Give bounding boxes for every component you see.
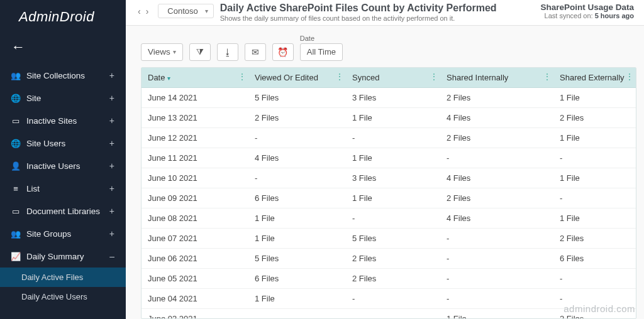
sidebar-item-list[interactable]: ≡List+ (0, 177, 126, 200)
cell: - (346, 208, 440, 228)
column-menu-icon[interactable]: ⋮ (238, 72, 246, 81)
expand-toggle[interactable]: + (107, 70, 117, 80)
cell: 1 File (440, 309, 553, 319)
cell: 1 File (248, 289, 346, 308)
date-filter-label: Date (300, 35, 343, 42)
cell: 4 Files (440, 108, 553, 127)
cell: 5 Files (248, 249, 346, 268)
cell: June 06 2021 (142, 249, 248, 268)
cell: 2 Files (440, 128, 553, 148)
nav-icon: 🌐 (9, 139, 23, 148)
table-row[interactable]: June 04 20211 File--- (142, 289, 636, 309)
expand-toggle[interactable]: + (107, 116, 117, 126)
sidebar-item-inactive-users[interactable]: 👤Inactive Users+ (0, 154, 126, 177)
cell: 1 File (553, 208, 636, 228)
main-area: ‹ › Contoso Daily Active SharePoint File… (126, 0, 644, 319)
page-title: Daily Active SharePoint Files Count by A… (220, 3, 541, 14)
cell: June 04 2021 (142, 289, 248, 308)
column-header-date[interactable]: Date▾⋮ (142, 68, 248, 87)
expand-toggle[interactable]: + (107, 229, 117, 239)
table-row[interactable]: June 03 2021--1 File2 Files (142, 309, 636, 319)
nav-label: Inactive Users (26, 161, 107, 171)
nav-icon: 📈 (9, 252, 23, 261)
cell: - (346, 309, 440, 319)
sidebar-item-daily-summary[interactable]: 📈Daily Summary– (0, 245, 126, 268)
sidebar-item-inactive-sites[interactable]: ▭Inactive Sites+ (0, 109, 126, 132)
table-row[interactable]: June 08 20211 File-4 Files1 File (142, 208, 636, 229)
table-row[interactable]: June 07 20211 File5 Files-2 Files (142, 229, 636, 249)
sidebar-item-document-libraries[interactable]: ▭Document Libraries+ (0, 200, 126, 222)
nav-label: Inactive Sites (26, 116, 107, 126)
nav-icon: 🌐 (9, 94, 23, 103)
history-forward-icon[interactable]: › (144, 5, 151, 18)
cell: 2 Files (346, 269, 440, 288)
cell: 2 Files (440, 88, 553, 107)
cell: 3 Files (346, 88, 440, 107)
sidebar-subitem-daily-active-users[interactable]: Daily Active Users (0, 287, 126, 306)
back-arrow-icon[interactable]: ← (0, 34, 126, 64)
cell: 1 File (553, 128, 636, 148)
history-back-icon[interactable]: ‹ (136, 5, 143, 18)
column-menu-icon[interactable]: ⋮ (626, 72, 633, 81)
page-subtitle: Shows the daily summary of files count b… (220, 14, 541, 22)
brand-logo: AdminDroid (0, 0, 126, 34)
column-header-shared-externally[interactable]: Shared Externally⋮ (553, 68, 636, 87)
filter-icon: ⧩ (196, 46, 204, 57)
cell: - (346, 128, 440, 148)
cell: 5 Files (248, 88, 346, 107)
cell: 1 File (346, 188, 440, 208)
sidebar-item-site-users[interactable]: 🌐Site Users+ (0, 132, 126, 154)
column-header-shared-internally[interactable]: Shared Internally⋮ (440, 68, 553, 87)
cell: June 11 2021 (142, 148, 248, 168)
cell: - (440, 289, 553, 308)
expand-toggle[interactable]: + (107, 161, 117, 171)
expand-toggle[interactable]: + (107, 93, 117, 103)
cell: - (440, 269, 553, 288)
table-row[interactable]: June 13 20212 Files1 File4 Files2 Files (142, 108, 636, 128)
table-row[interactable]: June 06 20215 Files2 Files-6 Files (142, 249, 636, 269)
download-button[interactable]: ⭳ (217, 43, 238, 61)
views-dropdown[interactable]: Views (141, 43, 183, 61)
toolbar: Views ⧩ ⭳ ✉ ⏰ Date All Time (126, 26, 644, 67)
table-row[interactable]: June 05 20216 Files2 Files-- (142, 269, 636, 289)
expand-toggle[interactable]: + (107, 138, 117, 148)
column-menu-icon[interactable]: ⋮ (336, 72, 343, 81)
table-row[interactable]: June 11 20214 Files1 File-- (142, 148, 636, 168)
sidebar-subitem-daily-active-files[interactable]: Daily Active Files (0, 268, 126, 287)
nav-list: 👥Site Collections+🌐Site+▭Inactive Sites+… (0, 64, 126, 319)
table-row[interactable]: June 12 2021--2 Files1 File (142, 128, 636, 148)
table-row[interactable]: June 14 20215 Files3 Files2 Files1 File (142, 88, 636, 108)
filter-button[interactable]: ⧩ (189, 43, 211, 61)
nav-label: Site Users (26, 139, 107, 148)
column-menu-icon[interactable]: ⋮ (543, 72, 551, 81)
cell: 3 Files (346, 168, 440, 188)
expand-toggle[interactable]: + (107, 206, 117, 216)
sidebar-item-site-collections[interactable]: 👥Site Collections+ (0, 64, 126, 87)
date-filter-dropdown[interactable]: All Time (300, 43, 343, 61)
nav-label: List (26, 184, 107, 193)
clock-icon: ⏰ (277, 47, 288, 57)
nav-icon: 👤 (9, 161, 23, 171)
tenant-dropdown[interactable]: Contoso (158, 4, 213, 18)
mail-button[interactable]: ✉ (245, 43, 266, 61)
table-row[interactable]: June 09 20216 Files1 File2 Files- (142, 188, 636, 208)
cell: June 03 2021 (142, 309, 248, 319)
cell: 5 Files (346, 229, 440, 248)
cell: 4 Files (248, 148, 346, 168)
cell: 1 File (346, 148, 440, 168)
history-nav: ‹ › (132, 3, 154, 20)
schedule-button[interactable]: ⏰ (272, 43, 294, 61)
cell: 2 Files (440, 188, 553, 208)
column-header-viewed-or-edited[interactable]: Viewed Or Edited⋮ (248, 68, 346, 87)
cell: 4 Files (440, 208, 553, 228)
sidebar-item-site[interactable]: 🌐Site+ (0, 87, 126, 109)
nav-icon: ▭ (9, 207, 23, 216)
sidebar-item-site-groups[interactable]: 👥Site Groups+ (0, 222, 126, 245)
table-row[interactable]: June 10 2021-3 Files4 Files1 File (142, 168, 636, 188)
expand-toggle[interactable]: + (107, 183, 117, 193)
expand-toggle[interactable]: – (107, 251, 117, 261)
cell: June 10 2021 (142, 168, 248, 188)
column-header-synced[interactable]: Synced⋮ (346, 68, 440, 87)
cell: 6 Files (248, 269, 346, 288)
column-menu-icon[interactable]: ⋮ (430, 72, 438, 81)
